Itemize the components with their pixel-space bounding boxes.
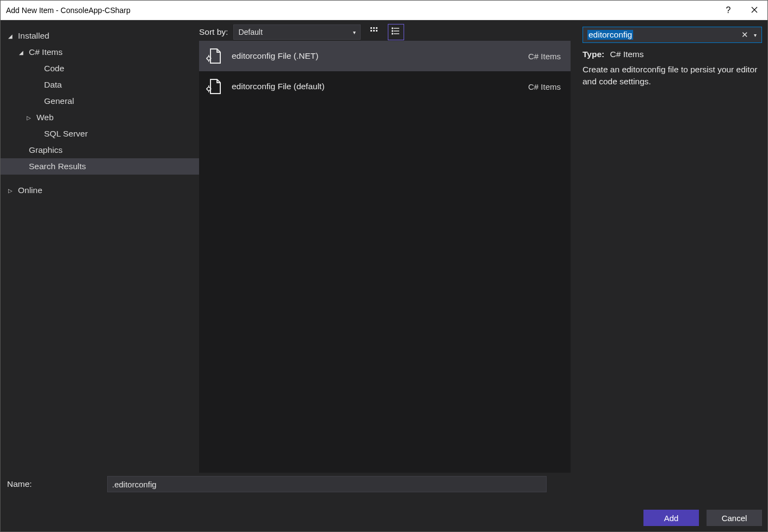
close-icon [751, 6, 758, 15]
info-panel: editorconfig ✕ ▾ Type: C# Items Create a… [576, 20, 767, 473]
help-button[interactable]: ? [715, 1, 741, 20]
template-name: editorconfig File (default) [232, 82, 523, 91]
tree-search-results[interactable]: Search Results [1, 158, 199, 175]
chevron-down-icon: ▾ [353, 29, 356, 35]
toolbar: Sort by: Default ▾ [199, 20, 576, 41]
tree-label: Online [18, 185, 42, 195]
svg-point-9 [392, 28, 393, 29]
svg-rect-5 [376, 30, 377, 32]
editorconfig-file-icon [205, 77, 223, 96]
svg-rect-4 [373, 30, 375, 32]
tree-code[interactable]: Code [1, 60, 199, 77]
template-item[interactable]: editorconfig File (default) C# Items [199, 71, 571, 102]
view-list-button[interactable] [388, 24, 404, 40]
template-name: editorconfig File (.NET) [232, 51, 523, 61]
tree-sqlserver[interactable]: SQL Server [1, 126, 199, 142]
cancel-button-label: Cancel [722, 514, 747, 523]
clear-search-button[interactable]: ✕ [739, 30, 751, 40]
name-label: Name: [7, 479, 100, 489]
type-label: Type: [583, 50, 604, 59]
type-row: Type: C# Items [583, 50, 762, 59]
sort-by-select[interactable]: Default ▾ [233, 24, 361, 40]
tree-label: Data [44, 80, 62, 90]
titlebar: Add New Item - ConsoleApp-CSharp ? [1, 1, 767, 20]
list-icon [392, 27, 400, 38]
template-category: C# Items [528, 52, 561, 61]
tree-general[interactable]: General [1, 93, 199, 109]
footer: Name: Add Cancel [1, 473, 767, 531]
close-button[interactable] [741, 1, 767, 20]
template-list: editorconfig File (.NET) C# Items editor… [199, 41, 571, 473]
expand-icon: ▷ [8, 188, 15, 194]
tree-csharp-items[interactable]: ◢ C# Items [1, 44, 199, 60]
sort-by-label: Sort by: [199, 27, 228, 37]
category-tree: ◢ Installed ◢ C# Items Code Data General… [1, 20, 199, 473]
tree-label: C# Items [29, 47, 63, 57]
tree-label: Graphics [29, 145, 63, 155]
svg-point-11 [392, 33, 393, 34]
tree-label: Search Results [29, 162, 86, 171]
dialog-window: Add New Item - ConsoleApp-CSharp ? ◢ Ins… [0, 0, 768, 532]
center-panel: Sort by: Default ▾ [199, 20, 576, 473]
svg-rect-2 [376, 27, 377, 29]
svg-point-10 [392, 30, 393, 32]
expand-collapsed-icon: ◢ [8, 33, 15, 39]
add-button[interactable]: Add [643, 510, 699, 526]
tree-label: Web [36, 113, 54, 122]
type-value: C# Items [610, 50, 644, 59]
grid-icon [370, 27, 379, 38]
tree-label: SQL Server [44, 129, 88, 139]
tree-web[interactable]: ▷Web [1, 109, 199, 126]
search-input[interactable]: editorconfig ✕ ▾ [583, 27, 762, 43]
name-row: Name: [7, 476, 762, 492]
svg-rect-3 [370, 30, 372, 32]
tree-data[interactable]: Data [1, 77, 199, 93]
tree-online[interactable]: ▷ Online [1, 182, 199, 199]
expand-collapsed-icon: ◢ [19, 50, 26, 55]
view-grid-button[interactable] [366, 24, 382, 40]
sort-by-value: Default [238, 28, 262, 36]
tree-label: Code [44, 64, 64, 73]
search-value: editorconfig [587, 30, 633, 40]
template-description: Create an editorconfig file to persist y… [583, 64, 762, 88]
main-area: ◢ Installed ◢ C# Items Code Data General… [1, 20, 767, 473]
window-title: Add New Item - ConsoleApp-CSharp [6, 6, 131, 15]
tree-installed[interactable]: ◢ Installed [1, 28, 199, 44]
cancel-button[interactable]: Cancel [707, 510, 762, 526]
template-category: C# Items [528, 82, 561, 91]
svg-rect-1 [373, 27, 375, 29]
dialog-body: ◢ Installed ◢ C# Items Code Data General… [1, 20, 767, 531]
name-input[interactable] [107, 476, 547, 492]
add-button-label: Add [664, 514, 679, 523]
button-row: Add Cancel [7, 510, 762, 526]
search-dropdown-button[interactable]: ▾ [751, 32, 759, 38]
tree-label: Installed [18, 31, 49, 41]
tree-label: General [44, 96, 74, 106]
expand-icon: ▷ [27, 115, 33, 121]
template-item[interactable]: editorconfig File (.NET) C# Items [199, 41, 571, 71]
editorconfig-file-icon [205, 47, 223, 65]
svg-rect-0 [370, 27, 372, 29]
help-icon: ? [726, 5, 731, 15]
tree-graphics[interactable]: Graphics [1, 142, 199, 158]
